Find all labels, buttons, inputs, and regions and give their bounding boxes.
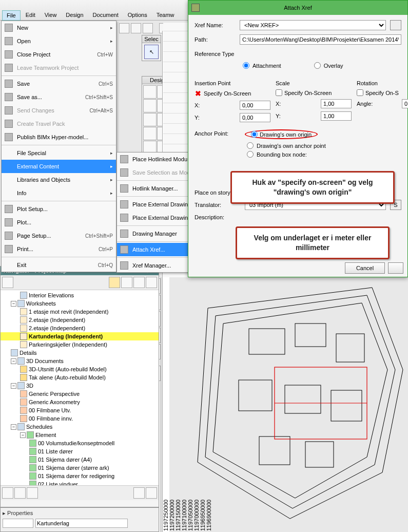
menu-external-content[interactable]: External Content▸	[2, 160, 116, 173]
tree-3d-utsnitt[interactable]: 3D-Utsnitt (Auto-rebuild Model)	[1, 365, 159, 373]
nav-btn[interactable]	[2, 277, 13, 288]
menu-bar: File Edit View Design Document Options T…	[2, 10, 179, 22]
tree-e3[interactable]: 01 Skjema dører (større ark)	[1, 464, 159, 472]
window-tool[interactable]	[143, 99, 157, 112]
tree-ws1[interactable]: 1 etasje mot revit (Independent)	[1, 308, 159, 316]
nav-foot-btn[interactable]	[14, 487, 26, 499]
menu-design[interactable]: Design	[62, 10, 87, 21]
dialog-icon	[191, 4, 200, 12]
schedule-icon	[29, 440, 36, 447]
tree-ws2[interactable]: 2.etasje (Independent)	[1, 316, 159, 324]
anchor-own-anchor-radio[interactable]: Drawing's own anchor point	[245, 142, 326, 149]
tree-perspective[interactable]: Generic Perspective	[1, 390, 159, 398]
tree-axonometry[interactable]: Generic Axonometry	[1, 398, 159, 406]
tree-element[interactable]: −Element	[1, 431, 159, 439]
travel-icon	[5, 120, 13, 128]
wall-tool[interactable]	[143, 85, 157, 99]
scale-specify-checkbox[interactable]: Specify On-Screen	[276, 89, 352, 96]
menu-teamwork[interactable]: Teamw	[152, 10, 179, 21]
tree-tak-alene[interactable]: Tak alene (Auto-rebuild Model)	[1, 373, 159, 382]
menu-document[interactable]: Document	[89, 10, 123, 21]
menu-print[interactable]: Print...Ctrl+P	[2, 242, 116, 256]
menu-plot[interactable]: Plot...	[2, 216, 116, 229]
navigator-tree[interactable]: Interior Elevations −Worksheets 1 etasje…	[1, 290, 159, 485]
nav-btn-map[interactable]	[109, 277, 120, 288]
tree-3d[interactable]: −3D	[1, 382, 159, 390]
rot-specify-checkbox[interactable]: Specify On-S	[357, 89, 408, 96]
menu-view[interactable]: View	[41, 10, 61, 21]
menu-exit[interactable]: ExitCtrl+Q	[2, 258, 116, 272]
menu-info[interactable]: Info▸	[2, 186, 116, 200]
menu-file-special[interactable]: File Special▸	[2, 146, 116, 160]
tree-3d-docs[interactable]: −3D Documents	[1, 357, 159, 365]
angle-field[interactable]	[402, 99, 408, 108]
tree-e4[interactable]: 01 Skjema dører for redigering	[1, 472, 159, 480]
worksheet-icon	[20, 333, 27, 340]
anchor-bbox-radio[interactable]: Bounding box node:	[245, 151, 326, 158]
tree-e1[interactable]: 01 Liste dører	[1, 447, 159, 455]
svg-rect-2	[336, 334, 364, 362]
tree-worksheets[interactable]: −Worksheets	[1, 299, 159, 308]
path-field[interactable]	[240, 34, 401, 45]
close-icon	[5, 50, 13, 59]
cancel-button[interactable]: Cancel	[345, 262, 385, 274]
beam-tool[interactable]	[143, 113, 157, 126]
send-icon	[5, 106, 13, 115]
tree-e0[interactable]: 00 Volumstudie/konseptmodell	[1, 439, 159, 447]
tree-filmbane-innv[interactable]: 00 Filmbane innv.	[1, 414, 159, 423]
menu-file[interactable]: File	[2, 10, 21, 21]
properties-name-field[interactable]	[35, 519, 128, 528]
ip-specify-checkbox[interactable]: ✖Specify On-Screen	[195, 89, 270, 98]
tree-filmbane-utv[interactable]: 00 Filmbane Utv.	[1, 406, 159, 414]
hotlink-icon	[120, 155, 128, 163]
ip-x-field[interactable]	[240, 101, 270, 110]
camera-icon	[20, 398, 27, 406]
menu-open[interactable]: Open▸	[2, 34, 116, 48]
tree-e5[interactable]: 02 Liste vinduer	[1, 480, 159, 485]
nav-foot-btn[interactable]	[27, 487, 38, 499]
nav-btn-layout[interactable]	[133, 277, 145, 288]
tree-schedules[interactable]: −Schedules	[1, 423, 159, 431]
properties-id-field[interactable]	[3, 519, 33, 528]
attachment-radio[interactable]: Attachment	[241, 62, 281, 69]
menu-new[interactable]: New▸	[2, 21, 116, 34]
tree-details[interactable]: Details	[1, 349, 159, 357]
stair-tool[interactable]	[143, 127, 157, 140]
toolbar-button[interactable]	[143, 23, 153, 33]
tree-interior-elev[interactable]: Interior Elevations	[1, 291, 159, 299]
nav-btn-pub[interactable]	[146, 277, 157, 288]
nav-foot-btn[interactable]	[2, 487, 13, 499]
menu-save[interactable]: SaveCtrl+S	[2, 77, 116, 90]
dialog-titlebar[interactable]: Attach Xref	[188, 1, 407, 15]
tree-kartunderlag[interactable]: Kartunderlag (Independent)	[1, 332, 159, 340]
ok-button[interactable]	[388, 262, 403, 274]
tree-ws3[interactable]: 2.etasje (Independent)	[1, 324, 159, 332]
svg-rect-3	[239, 380, 272, 411]
folder-icon	[17, 382, 25, 389]
nav-foot-btn[interactable]	[146, 487, 157, 499]
xref-browse-button[interactable]	[390, 20, 401, 30]
sc-x-field[interactable]	[321, 99, 352, 108]
menu-libraries[interactable]: Libraries and Objects▸	[2, 173, 116, 186]
nav-foot-btn[interactable]	[133, 487, 145, 499]
schedule-icon	[29, 448, 36, 455]
xref-name-select[interactable]: <New XREF>	[240, 20, 386, 30]
nav-btn-view[interactable]	[121, 277, 132, 288]
tree-ws5[interactable]: Parkeringskjeller (Independent)	[1, 340, 159, 349]
menu-save-as[interactable]: Save as...Ctrl+Shift+S	[2, 90, 116, 104]
anchor-own-origin-radio[interactable]: Drawing's own origin	[245, 129, 318, 139]
toolbar-button[interactable]	[131, 23, 141, 33]
menu-publish-bimx[interactable]: Publish BIMx Hyper-model...	[2, 130, 116, 144]
menu-options[interactable]: Options	[124, 10, 151, 21]
arrow-tool[interactable]: ↖	[144, 45, 159, 59]
ip-y-field[interactable]	[240, 113, 270, 122]
tree-e2[interactable]: 01 Skjema dører (A4)	[1, 455, 159, 464]
menu-close-project[interactable]: Close ProjectCtrl+W	[2, 48, 116, 61]
pagesetup-icon	[5, 232, 13, 240]
menu-edit[interactable]: Edit	[22, 10, 40, 21]
overlay-radio[interactable]: Overlay	[312, 62, 343, 69]
menu-page-setup[interactable]: Page Setup...Ctrl+Shift+P	[2, 229, 116, 242]
menu-plot-setup[interactable]: Plot Setup...	[2, 202, 116, 216]
toolbar-button[interactable]	[119, 23, 129, 33]
sc-y-field[interactable]	[321, 111, 352, 121]
